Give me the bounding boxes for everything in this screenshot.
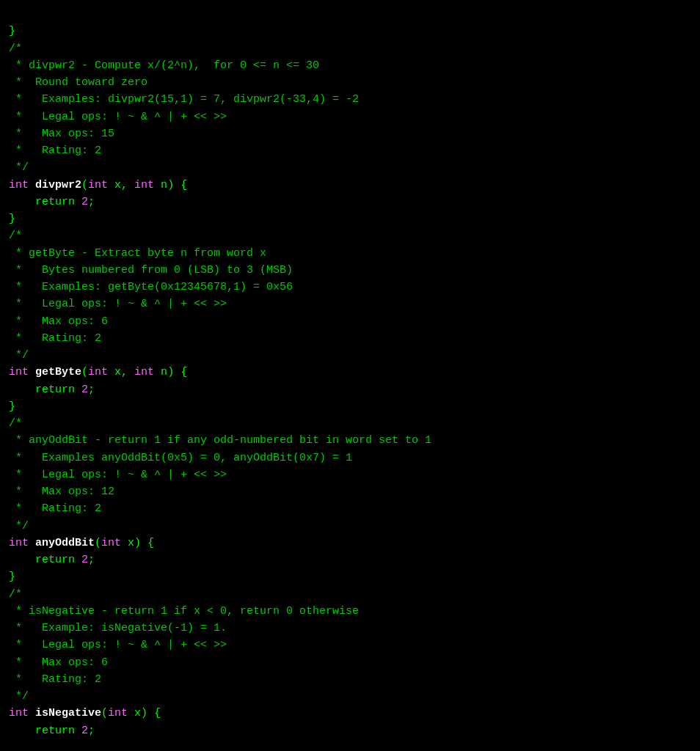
line-13: /* [9,230,22,242]
line-4: * Round toward zero [9,76,147,89]
line-40: */ [9,690,29,703]
line-9: */ [9,161,29,174]
line-12: } [9,213,15,225]
line-42: return 2; [9,725,95,737]
line-30: */ [9,520,29,532]
line-31: int anyOddBit(int x) { [9,537,154,549]
line-10: int divpwr2(int x, int n) { [9,179,187,191]
line-19: * Rating: 2 [9,332,101,345]
line-23: } [9,400,15,413]
line-5: * Examples: divpwr2(15,1) = 7, divpwr2(-… [9,93,359,106]
line-41: int isNegative(int x) { [9,707,161,719]
line-39: * Rating: 2 [9,673,101,686]
line-26: * Examples anyOddBit(0x5) = 0, anyOddBit… [9,452,352,464]
code-editor: } /* * divpwr2 - Compute x/(2^n), for 0 … [9,6,691,739]
line-7: * Max ops: 15 [9,128,114,140]
line-35: * isNegative - return 1 if x < 0, return… [9,605,359,618]
line-14: * getByte - Extract byte n from word x [9,247,266,260]
line-20: */ [9,349,29,362]
line-24: /* [9,417,22,430]
line-18: * Max ops: 6 [9,315,108,328]
line-36: * Example: isNegative(-1) = 1. [9,622,227,634]
line-29: * Rating: 2 [9,502,101,515]
line-22: return 2; [9,384,95,396]
line-28: * Max ops: 12 [9,486,114,498]
line-16: * Examples: getByte(0x12345678,1) = 0x56 [9,281,293,293]
line-17: * Legal ops: ! ~ & ^ | + << >> [9,298,227,310]
line-21: int getByte(int x, int n) { [9,366,187,378]
line-8: * Rating: 2 [9,144,101,157]
line-33: } [9,571,15,583]
line-1: } [9,25,15,37]
line-3: * divpwr2 - Compute x/(2^n), for 0 <= n … [9,59,319,72]
line-32: return 2; [9,554,95,566]
line-37: * Legal ops: ! ~ & ^ | + << >> [9,639,227,651]
line-25: * anyOddBit - return 1 if any odd-number… [9,434,431,447]
line-11: return 2; [9,196,95,208]
line-6: * Legal ops: ! ~ & ^ | + << >> [9,111,227,123]
line-38: * Max ops: 6 [9,656,108,669]
line-15: * Bytes numbered from 0 (LSB) to 3 (MSB) [9,264,293,276]
line-2: /* [9,43,22,55]
line-27: * Legal ops: ! ~ & ^ | + << >> [9,469,227,481]
line-34: /* [9,588,22,601]
